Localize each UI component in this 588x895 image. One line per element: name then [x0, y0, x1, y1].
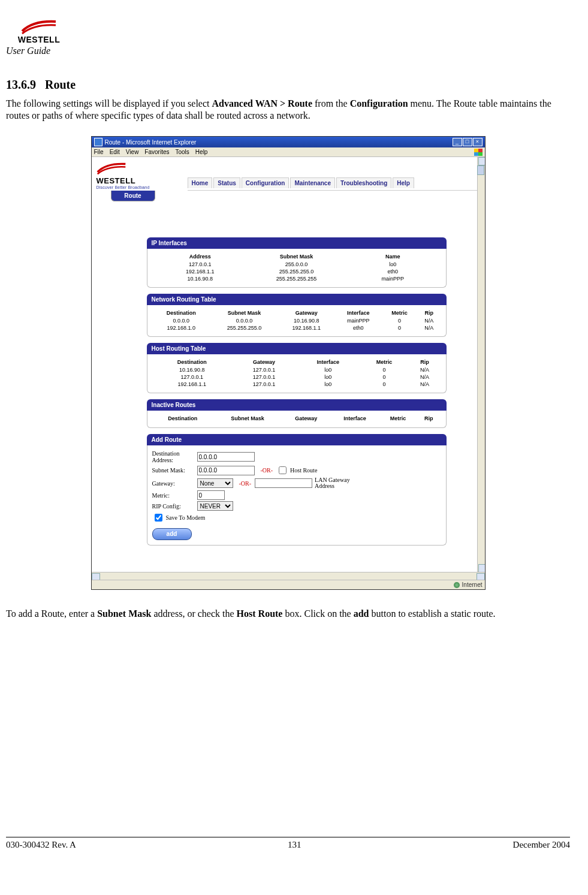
menu-help[interactable]: Help: [195, 149, 208, 155]
menu-edit[interactable]: Edit: [110, 149, 120, 155]
swoosh-icon: [21, 19, 57, 35]
panel-inactive: DestinationSubnet MaskGatewayInterfaceMe…: [147, 411, 447, 428]
gateway-select[interactable]: None: [197, 478, 233, 488]
table-row: 192.168.1.1127.0.0.1lo00N/A: [152, 381, 441, 388]
table-row: 192.168.1.0255.255.255.0192.168.1.1eth00…: [152, 324, 441, 332]
menu-tools[interactable]: Tools: [175, 149, 189, 155]
windows-flag-icon: [474, 149, 483, 156]
user-guide-label: User Guide: [6, 46, 570, 56]
brand-text: WESTELL: [97, 176, 180, 185]
side-tab-route[interactable]: Route: [111, 191, 155, 201]
ie-icon: [94, 138, 102, 146]
nav-configuration[interactable]: Configuration: [242, 177, 290, 188]
menubar: File Edit View Favorites Tools Help: [92, 147, 485, 157]
footer-page: 131: [288, 840, 301, 850]
titlebar: Route - Microsoft Internet Explorer _□×: [92, 137, 485, 147]
page-footer: 030-300432 Rev. A 131 December 2004: [6, 837, 570, 850]
tagline: Discover Better Broadband: [97, 185, 180, 189]
footer-left: 030-300432 Rev. A: [6, 840, 76, 850]
footer-right: December 2004: [513, 840, 570, 850]
nav-help[interactable]: Help: [393, 177, 414, 188]
col-address: Address: [152, 252, 249, 261]
minimize-button[interactable]: _: [453, 138, 462, 146]
nav-maintenance[interactable]: Maintenance: [290, 177, 335, 188]
outro-paragraph: To add a Route, enter a Subnet Mask addr…: [6, 608, 570, 620]
panel-ip-interfaces: Address Subnet Mask Name 127.0.0.1255.0.…: [147, 249, 447, 288]
lan-gateway-label: LAN Gateway Address: [315, 477, 363, 489]
vertical-scrollbar[interactable]: [477, 157, 485, 572]
window-title: Route - Microsoft Internet Explorer: [105, 139, 197, 146]
mask-input[interactable]: [197, 466, 255, 475]
dest-input[interactable]: [197, 452, 255, 462]
nav-troubleshooting[interactable]: Troubleshooting: [336, 177, 391, 188]
close-button[interactable]: ×: [473, 138, 483, 146]
logo-text: WESTELL: [18, 35, 60, 44]
panel-nrt-title: Network Routing Table: [147, 294, 447, 305]
panel-ip-interfaces-title: IP Interfaces: [147, 237, 447, 249]
horizontal-scrollbar[interactable]: [92, 572, 485, 580]
section-number: 13.6.9: [6, 78, 36, 91]
panel-add-route: Destination Address: Subnet Mask: -OR- H…: [147, 445, 447, 546]
nav-status[interactable]: Status: [213, 177, 240, 188]
table-row: 10.16.90.8127.0.0.1lo00N/A: [152, 366, 441, 373]
table-row: 192.168.1.1255.255.255.0eth0: [152, 268, 441, 275]
status-text: Internet: [462, 581, 483, 588]
document-header: WESTELL: [6, 12, 570, 44]
panel-nrt: DestinationSubnet MaskGatewayInterfaceMe…: [147, 305, 447, 337]
save-to-modem-label: Save To Modem: [166, 514, 206, 521]
add-button[interactable]: add: [152, 528, 192, 540]
metric-label: Metric:: [152, 492, 197, 499]
maximize-button[interactable]: □: [463, 138, 472, 146]
section-title: Route: [45, 78, 76, 91]
ie-window: Route - Microsoft Internet Explorer _□× …: [91, 136, 486, 590]
intro-paragraph: The following settings will be displayed…: [6, 98, 570, 122]
save-to-modem-checkbox[interactable]: [155, 514, 162, 522]
col-name: Name: [345, 252, 441, 261]
viewport: WESTELL Discover Better Broadband Home S…: [92, 157, 485, 580]
gateway-label: Gateway:: [152, 480, 197, 487]
panel-hrt: DestinationGatewayInterfaceMetricRip 10.…: [147, 354, 447, 393]
table-row: 0.0.0.00.0.0.010.16.90.8mainPPP0N/A: [152, 317, 441, 324]
table-row: 10.16.90.8255.255.255.255mainPPP: [152, 275, 441, 282]
nav-home[interactable]: Home: [188, 177, 213, 188]
globe-icon: [454, 582, 460, 588]
westell-logo: WESTELL: [6, 12, 72, 44]
page-logo: WESTELL Discover Better Broadband: [93, 157, 184, 191]
table-row: 127.0.0.1127.0.0.1lo00N/A: [152, 373, 441, 381]
top-nav: Home Status Configuration Maintenance Tr…: [188, 177, 478, 191]
status-bar: Internet: [92, 580, 485, 589]
col-subnet: Subnet Mask: [248, 252, 345, 261]
menu-favorites[interactable]: Favorites: [144, 149, 169, 155]
rip-select[interactable]: NEVER: [197, 501, 233, 511]
panel-inactive-title: Inactive Routes: [147, 399, 447, 411]
menu-file[interactable]: File: [94, 149, 104, 155]
swoosh-icon: [97, 162, 126, 175]
rip-label: RIP Config:: [152, 503, 197, 510]
or-label-2: -OR-: [239, 480, 252, 487]
host-route-label: Host Route: [290, 467, 317, 474]
host-route-checkbox[interactable]: [279, 466, 287, 474]
or-label-1: -OR-: [261, 467, 273, 474]
panel-hrt-title: Host Routing Table: [147, 343, 447, 354]
section-heading: 13.6.9 Route: [6, 78, 570, 92]
menu-view[interactable]: View: [126, 149, 139, 155]
table-row: 127.0.0.1255.0.0.0lo0: [152, 261, 441, 268]
mask-label: Subnet Mask:: [152, 467, 197, 474]
dest-label: Destination Address:: [152, 450, 197, 463]
panel-add-route-title: Add Route: [147, 434, 447, 445]
metric-input[interactable]: [197, 490, 225, 500]
lan-gateway-input[interactable]: [255, 478, 312, 488]
